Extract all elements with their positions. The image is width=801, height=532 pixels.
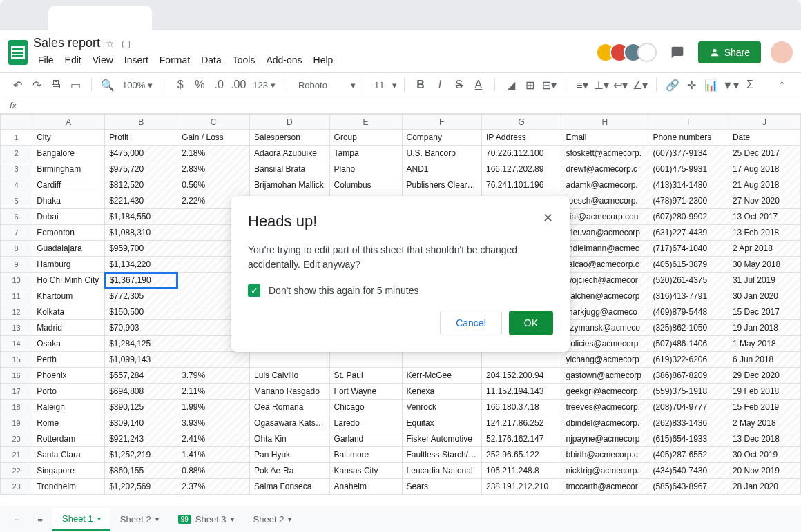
cell[interactable]: $475,000: [105, 146, 177, 161]
cell[interactable]: $975,720: [105, 161, 177, 177]
cell[interactable]: Adaora Azubuike: [250, 146, 329, 161]
cell[interactable]: 0.56%: [177, 177, 250, 193]
row-number[interactable]: 12: [1, 304, 32, 320]
cell[interactable]: 13 Feb 2018: [728, 225, 800, 241]
cell[interactable]: Santa Clara: [32, 447, 105, 463]
cell[interactable]: 106.211.248.8: [482, 463, 561, 479]
cell[interactable]: Oea Romana: [250, 400, 329, 415]
cell[interactable]: 52.176.162.147: [482, 431, 561, 447]
cell[interactable]: 30 May 2018: [728, 257, 800, 273]
cell[interactable]: 20 Nov 2019: [728, 463, 800, 479]
print-icon[interactable]: 🖶: [47, 76, 65, 94]
cell[interactable]: Leucadia National: [402, 463, 481, 479]
header-cell[interactable]: Phone numbers: [648, 130, 728, 146]
header-cell[interactable]: Email: [561, 130, 648, 146]
cell[interactable]: Cardiff: [32, 177, 105, 193]
column-header[interactable]: C: [177, 115, 250, 130]
cell[interactable]: 1.41%: [177, 447, 250, 463]
row-number[interactable]: 20: [1, 431, 32, 447]
cell[interactable]: (619)322-6206: [648, 352, 728, 368]
cell[interactable]: (316)413-7791: [648, 288, 728, 304]
undo-icon[interactable]: ↶: [8, 76, 26, 94]
header-cell[interactable]: Date: [728, 130, 800, 146]
cell[interactable]: (520)261-4375: [648, 273, 728, 288]
cell[interactable]: [177, 352, 250, 368]
cell[interactable]: $1,088,310: [105, 225, 177, 241]
cell[interactable]: nicktrig@acmecorp.: [561, 463, 648, 479]
collapse-toolbar-icon[interactable]: ⌃: [773, 77, 790, 93]
cell[interactable]: (559)375-1918: [648, 384, 728, 400]
row-number[interactable]: 10: [1, 273, 32, 288]
cell[interactable]: Bansilal Brata: [250, 161, 329, 177]
cell[interactable]: 19 Jan 2018: [728, 320, 800, 336]
cell[interactable]: Kolkata: [32, 304, 105, 320]
cell[interactable]: Ogasawara Katsumi: [250, 415, 329, 431]
cell[interactable]: (607)377-9134: [648, 146, 728, 161]
cell[interactable]: $921,243: [105, 431, 177, 447]
browser-tab[interactable]: [48, 6, 152, 30]
cell[interactable]: 2.37%: [177, 479, 250, 495]
cell[interactable]: Phoenix: [32, 368, 105, 384]
link-icon[interactable]: 🔗: [664, 76, 682, 94]
column-header[interactable]: E: [329, 115, 402, 130]
bold-icon[interactable]: B: [412, 76, 430, 94]
cell[interactable]: 19 Feb 2018: [728, 384, 800, 400]
cell[interactable]: (631)227-4439: [648, 225, 728, 241]
cell[interactable]: Chicago: [329, 400, 402, 415]
cell[interactable]: Osaka: [32, 336, 105, 352]
cell[interactable]: Rotterdam: [32, 431, 105, 447]
cell[interactable]: $1,099,143: [105, 352, 177, 368]
italic-icon[interactable]: I: [431, 76, 449, 94]
cell[interactable]: (413)314-1480: [648, 177, 728, 193]
cell[interactable]: mdielmann@acmec: [561, 241, 648, 257]
cell[interactable]: 13 Dec 2018: [728, 431, 800, 447]
cell[interactable]: 15 Feb 2019: [728, 400, 800, 415]
row-number[interactable]: 11: [1, 288, 32, 304]
row-number[interactable]: 22: [1, 463, 32, 479]
cell[interactable]: 166.127.202.89: [482, 161, 561, 177]
cell[interactable]: 1 May 2018: [728, 336, 800, 352]
cell[interactable]: 15 Dec 2017: [728, 304, 800, 320]
cell[interactable]: 3.79%: [177, 368, 250, 384]
cell[interactable]: dbindel@acmecorp.: [561, 415, 648, 431]
comment-icon[interactable]: ✛: [683, 76, 701, 94]
cell[interactable]: njpayne@acmecorp: [561, 431, 648, 447]
cell[interactable]: 70.226.112.100: [482, 146, 561, 161]
cell[interactable]: Baltimore: [329, 447, 402, 463]
cell[interactable]: Edmonton: [32, 225, 105, 241]
cell[interactable]: 17 Aug 2018: [728, 161, 800, 177]
cell[interactable]: $1,134,220: [105, 257, 177, 273]
cell[interactable]: markjugg@acmeco: [561, 304, 648, 320]
cell[interactable]: (262)833-1436: [648, 415, 728, 431]
cell[interactable]: policies@acmecorp: [561, 336, 648, 352]
menu-edit[interactable]: Edit: [60, 52, 86, 68]
cell[interactable]: 252.96.65.122: [482, 447, 561, 463]
cell[interactable]: roesch@acmecorp.: [561, 193, 648, 209]
row-number[interactable]: 18: [1, 400, 32, 415]
column-header[interactable]: G: [482, 115, 561, 130]
cell[interactable]: Dhaka: [32, 193, 105, 209]
cell[interactable]: (585)643-8967: [648, 479, 728, 495]
column-header[interactable]: D: [250, 115, 329, 130]
fill-color-icon[interactable]: ◢: [502, 76, 520, 94]
filter-icon[interactable]: ▼▾: [722, 76, 740, 94]
cell[interactable]: 25 Dec 2017: [728, 146, 800, 161]
redo-icon[interactable]: ↷: [28, 76, 46, 94]
row-number[interactable]: 19: [1, 415, 32, 431]
cell[interactable]: adamk@acmecorp.: [561, 177, 648, 193]
header-cell[interactable]: Salesperson: [250, 130, 329, 146]
cell[interactable]: [482, 352, 561, 368]
zoom-icon[interactable]: 🔍: [99, 76, 117, 94]
cell[interactable]: Trondheim: [32, 479, 105, 495]
row-number[interactable]: 21: [1, 447, 32, 463]
cell[interactable]: 3.93%: [177, 415, 250, 431]
cell[interactable]: treeves@acmecorp.: [561, 400, 648, 415]
cell[interactable]: Hamburg: [32, 257, 105, 273]
cell[interactable]: trieuvan@acmecorp: [561, 225, 648, 241]
cell[interactable]: bbirth@acmecorp.c: [561, 447, 648, 463]
cell[interactable]: (469)879-5448: [648, 304, 728, 320]
cell[interactable]: $390,125: [105, 400, 177, 415]
cell[interactable]: Kenexa: [402, 384, 481, 400]
cell[interactable]: Sears: [402, 479, 481, 495]
decrease-decimal-icon[interactable]: .0: [210, 76, 228, 94]
